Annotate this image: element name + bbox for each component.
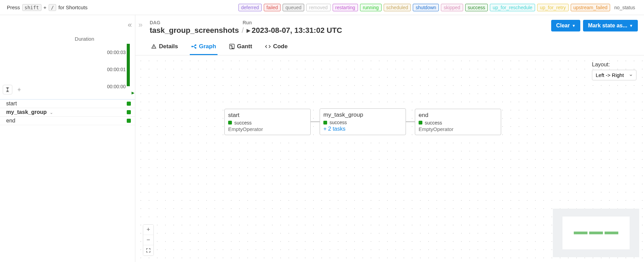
svg-point-0 — [153, 47, 154, 48]
duration-bar[interactable] — [127, 44, 130, 86]
tick-2: 00:00:00 — [107, 84, 126, 89]
legend-success[interactable]: success — [465, 4, 488, 11]
tab-details[interactable]: Details — [150, 41, 179, 55]
fullscreen-icon — [146, 248, 151, 253]
svg-rect-7 — [232, 48, 234, 49]
legend-upstream_failed[interactable]: upstream_failed — [571, 4, 610, 11]
task-row-end[interactable]: end — [0, 117, 135, 125]
duration-title: Duration — [0, 36, 130, 42]
expand-height-icon — [5, 87, 10, 92]
clear-button[interactable]: Clear ▼ — [551, 20, 580, 31]
zoom-in-button[interactable]: + — [143, 225, 153, 235]
node-operator: EmptyOperator — [419, 126, 497, 132]
legend-restarting[interactable]: restarting — [333, 4, 358, 11]
status-square-icon — [127, 119, 131, 123]
zoom-out-button[interactable]: − — [143, 235, 153, 245]
node-operator: EmptyOperator — [228, 126, 307, 132]
svg-rect-1 — [191, 46, 193, 47]
status-square-icon — [127, 110, 131, 114]
node-status: success — [425, 120, 442, 126]
mark-label: Mark state as... — [588, 23, 627, 29]
legend-up_for_reschedule[interactable]: up_for_reschedule — [490, 4, 535, 11]
view-tabs: Details Graph Gantt Code — [135, 35, 644, 55]
legend-running[interactable]: running — [360, 4, 382, 11]
legend-no-status: no_status — [612, 4, 637, 11]
task-row-my-task-group[interactable]: my_task_group ⌄ — [0, 108, 135, 117]
plus-text: + — [44, 4, 47, 10]
node-title: my_task_group — [323, 112, 402, 118]
legend-queued[interactable]: queued — [283, 4, 304, 11]
node-title: end — [419, 112, 497, 119]
breadcrumb: DAG Run task_group_screenshots / ▶ 2023-… — [150, 20, 342, 35]
kbd-shift: shift — [22, 4, 41, 11]
clear-label: Clear — [556, 23, 570, 29]
status-square-icon — [228, 121, 232, 125]
layout-label: Layout: — [592, 62, 610, 68]
chevron-down-icon: ⌄ — [50, 110, 53, 115]
state-legend: deferredfailedqueuedremovedrestartingrun… — [238, 4, 637, 11]
task-row-start[interactable]: start — [0, 100, 135, 108]
tab-graph[interactable]: Graph — [190, 41, 218, 55]
node-expand-link[interactable]: + 2 tasks — [323, 126, 402, 132]
minimap-node — [605, 232, 618, 234]
run-suplabel: Run — [243, 20, 252, 25]
caret-down-icon: ▼ — [629, 24, 633, 28]
collapse-height-button[interactable] — [14, 85, 24, 94]
expand-height-button[interactable] — [3, 85, 12, 94]
legend-failed[interactable]: failed — [264, 4, 281, 11]
kbd-slash: / — [49, 4, 56, 11]
legend-shutdown[interactable]: shutdown — [413, 4, 439, 11]
minimap-node — [574, 232, 587, 234]
warning-triangle-icon — [151, 44, 157, 49]
run-caret-icon[interactable]: ▶ — [132, 91, 134, 95]
node-status: success — [330, 120, 347, 125]
tab-label: Gantt — [237, 43, 252, 50]
tick-1: 00:00:01 — [107, 67, 126, 72]
shortcuts-hint: Press shift + / for Shortcuts — [7, 4, 87, 11]
tab-code[interactable]: Code — [264, 41, 289, 55]
legend-up_for_retry[interactable]: up_for_retry — [537, 4, 568, 11]
dag-name[interactable]: task_group_screenshots — [150, 26, 239, 35]
layout-select[interactable]: Left -> Right — [592, 70, 636, 80]
svg-rect-3 — [195, 47, 196, 49]
graph-canvas[interactable]: Layout: Left -> Right start success Empt… — [135, 55, 644, 262]
press-text: Press — [7, 4, 20, 10]
svg-rect-2 — [195, 44, 196, 46]
tab-label: Code — [273, 43, 288, 50]
for-shortcuts-text: for Shortcuts — [58, 4, 87, 10]
status-square-icon — [323, 121, 327, 125]
legend-deferred[interactable]: deferred — [238, 4, 262, 11]
expand-left-icon[interactable]: » — [138, 21, 143, 29]
tick-0: 00:00:03 — [107, 50, 126, 55]
node-status: success — [234, 120, 252, 126]
task-name: start — [6, 101, 17, 107]
node-end[interactable]: end success EmptyOperator — [415, 109, 501, 135]
svg-rect-5 — [230, 45, 232, 46]
run-time[interactable]: 2023-08-07, 13:31:02 UTC — [252, 26, 342, 35]
task-name: end — [6, 118, 15, 124]
gantt-icon — [229, 44, 235, 49]
node-my-task-group[interactable]: my_task_group success + 2 tasks — [320, 108, 406, 135]
status-square-icon — [419, 121, 422, 125]
tab-gantt[interactable]: Gantt — [228, 41, 253, 55]
legend-removed[interactable]: removed — [306, 4, 330, 11]
legend-scheduled[interactable]: scheduled — [384, 4, 411, 11]
caret-down-icon: ▼ — [572, 24, 575, 28]
breadcrumb-sep: / — [242, 26, 244, 35]
task-name: my_task_group — [6, 109, 47, 115]
svg-rect-6 — [231, 47, 233, 47]
zoom-controls: + − — [143, 224, 154, 256]
legend-skipped[interactable]: skipped — [441, 4, 463, 11]
node-start[interactable]: start success EmptyOperator — [224, 109, 311, 135]
status-square-icon — [127, 102, 131, 106]
mark-state-button[interactable]: Mark state as... ▼ — [583, 20, 638, 31]
node-title: start — [228, 112, 307, 119]
graph-edge — [311, 121, 320, 122]
collapse-left-icon[interactable]: « — [128, 21, 132, 29]
graph-edge — [406, 121, 415, 122]
minimap-node — [589, 232, 603, 234]
collapse-height-icon — [17, 87, 22, 92]
fit-screen-button[interactable] — [143, 245, 153, 256]
tab-label: Graph — [199, 43, 216, 50]
minimap[interactable] — [553, 209, 639, 257]
